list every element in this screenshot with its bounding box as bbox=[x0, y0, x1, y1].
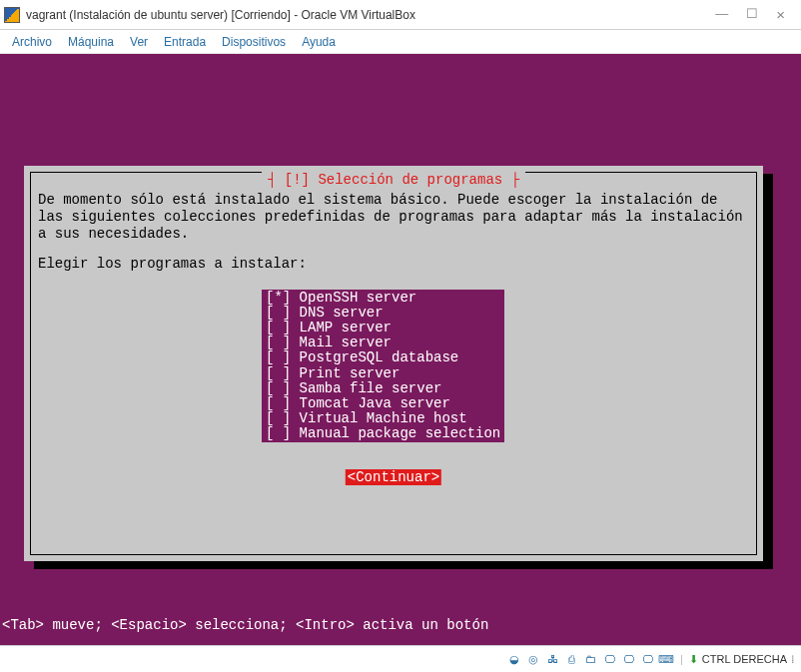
optical-disk-icon[interactable]: ◎ bbox=[526, 652, 541, 667]
statusbar: ◒ ◎ 🖧 ⎙ 🗀 🖵 🖵 🖵 ⌨ | ⬇ CTRL DERECHA ⁞ bbox=[0, 645, 801, 672]
menubar: Archivo Máquina Ver Entrada Dispositivos… bbox=[0, 30, 801, 54]
window-titlebar: vagrant (Instalación de ubuntu server) [… bbox=[0, 0, 801, 30]
host-key-indicator[interactable]: ⬇ CTRL DERECHA bbox=[689, 653, 787, 666]
software-item[interactable]: [*] OpenSSH server bbox=[266, 291, 500, 306]
shared-folders-icon[interactable]: 🗀 bbox=[583, 652, 598, 667]
menu-archivo[interactable]: Archivo bbox=[12, 35, 52, 49]
software-item[interactable]: [ ] DNS server bbox=[266, 306, 500, 321]
dialog-prompt: Elegir los programas a instalar: bbox=[38, 256, 749, 273]
software-item[interactable]: [ ] LAMP server bbox=[266, 321, 500, 336]
menu-entrada[interactable]: Entrada bbox=[164, 35, 206, 49]
audio-icon[interactable]: 🖵 bbox=[640, 652, 655, 667]
dialog-title: ┤ [!] Selección de programas ├ bbox=[262, 172, 525, 188]
window-controls: — ☐ × bbox=[715, 6, 797, 23]
separator: | bbox=[680, 653, 683, 665]
software-selection-list[interactable]: [*] OpenSSH server[ ] DNS server[ ] LAMP… bbox=[262, 290, 504, 442]
dialog-paragraph: De momento sólo está instalado el sistem… bbox=[38, 192, 749, 242]
dialog-content: De momento sólo está instalado el sistem… bbox=[38, 192, 749, 273]
software-item[interactable]: [ ] Virtual Machine host bbox=[266, 411, 500, 426]
close-button[interactable]: × bbox=[776, 6, 785, 23]
vm-screen[interactable]: ┤ [!] Selección de programas ├ De moment… bbox=[0, 54, 801, 645]
software-item[interactable]: [ ] PostgreSQL database bbox=[266, 350, 500, 365]
software-item[interactable]: [ ] Manual package selection bbox=[266, 426, 500, 441]
software-item[interactable]: [ ] Print server bbox=[266, 366, 500, 381]
virtualbox-icon bbox=[4, 7, 20, 23]
window-title: vagrant (Instalación de ubuntu server) [… bbox=[26, 8, 715, 22]
software-item[interactable]: [ ] Samba file server bbox=[266, 381, 500, 396]
hard-disk-icon[interactable]: ◒ bbox=[507, 652, 522, 667]
statusbar-chevron-icon[interactable]: ⁞ bbox=[791, 653, 795, 666]
minimize-button[interactable]: — bbox=[715, 6, 728, 23]
usb-icon[interactable]: ⎙ bbox=[564, 652, 579, 667]
menu-maquina[interactable]: Máquina bbox=[68, 35, 114, 49]
nav-hint: <Tab> mueve; <Espacio> selecciona; <Intr… bbox=[2, 617, 488, 633]
maximize-button[interactable]: ☐ bbox=[746, 6, 758, 23]
menu-ver[interactable]: Ver bbox=[130, 35, 148, 49]
network-icon[interactable]: 🖧 bbox=[545, 652, 560, 667]
host-key-label: CTRL DERECHA bbox=[702, 653, 787, 665]
menu-ayuda[interactable]: Ayuda bbox=[302, 35, 336, 49]
host-key-arrow-icon: ⬇ bbox=[689, 653, 698, 666]
mouse-integration-icon[interactable]: ⌨ bbox=[659, 652, 674, 667]
tasksel-dialog: ┤ [!] Selección de programas ├ De moment… bbox=[24, 166, 763, 561]
software-item[interactable]: [ ] Tomcat Java server bbox=[266, 396, 500, 411]
software-item[interactable]: [ ] Mail server bbox=[266, 336, 500, 350]
display-icon[interactable]: 🖵 bbox=[602, 652, 617, 667]
menu-dispositivos[interactable]: Dispositivos bbox=[222, 35, 286, 49]
continue-button[interactable]: <Continuar> bbox=[346, 469, 441, 485]
recording-icon[interactable]: 🖵 bbox=[621, 652, 636, 667]
